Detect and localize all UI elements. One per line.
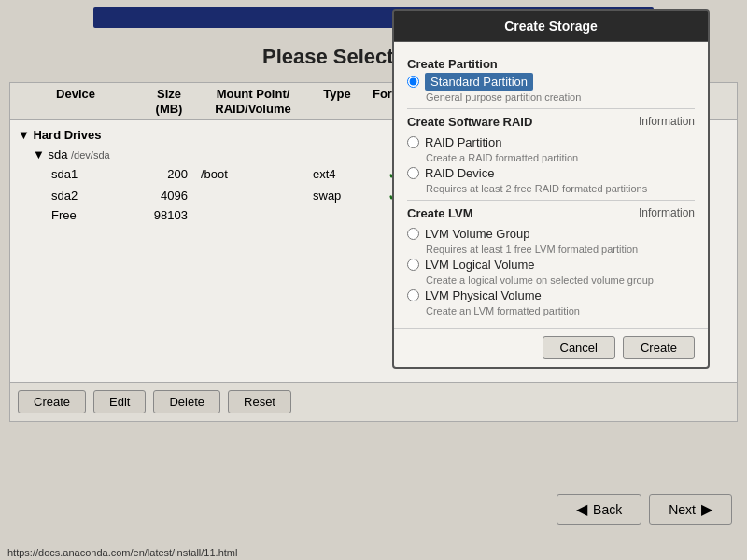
dialog-footer: Cancel Create — [394, 328, 708, 367]
col-device-header: Device — [10, 87, 141, 116]
sda2-name: sda2 — [10, 189, 141, 203]
status-bar: https://docs.anaconda.com/en/latest/inst… — [0, 545, 747, 560]
col-size-header: Size (MB) — [141, 87, 197, 116]
lvm-lv-desc: Create a logical volume on selected volu… — [426, 274, 695, 286]
create-partition-heading: Create Partition — [407, 57, 695, 71]
sda-path: /dev/sda — [71, 149, 110, 161]
next-label: Next — [669, 502, 696, 517]
lvm-info: Information — [639, 206, 695, 219]
next-button[interactable]: Next ▶ — [649, 494, 732, 525]
radio-raid-partition-input[interactable] — [407, 136, 419, 148]
radio-lvm-physical-volume[interactable]: LVM Physical Volume — [407, 288, 695, 302]
reset-button[interactable]: Reset — [228, 390, 291, 413]
back-label: Back — [593, 502, 622, 517]
sda-label: ▼ sda /dev/sda — [10, 147, 141, 161]
col-mount-header: Mount Point/ RAID/Volume — [197, 87, 309, 116]
sda2-size: 4096 — [141, 189, 197, 203]
radio-lvm-pv-input[interactable] — [407, 289, 419, 301]
group-label-hard-drives: ▼ Hard Drives — [10, 126, 141, 144]
free-size: 98103 — [141, 208, 197, 222]
free-name: Free — [10, 208, 141, 222]
dialog-create-button[interactable]: Create — [623, 336, 695, 359]
back-arrow-icon: ◀ — [576, 500, 587, 518]
delete-button[interactable]: Delete — [153, 390, 220, 413]
radio-raid-device[interactable]: RAID Device — [407, 166, 695, 180]
dialog-cancel-button[interactable]: Cancel — [543, 336, 615, 359]
col-type-header: Type — [309, 87, 365, 116]
sda1-mount: /boot — [197, 167, 309, 181]
lvm-vg-desc: Requires at least 1 free LVM formated pa… — [426, 244, 695, 255]
radio-standard-label: Standard Partition — [425, 75, 533, 89]
lvm-pv-label: LVM Physical Volume — [425, 288, 542, 302]
edit-button[interactable]: Edit — [93, 390, 146, 413]
radio-standard-input[interactable] — [407, 76, 419, 88]
create-button[interactable]: Create — [18, 390, 86, 413]
raid-partition-desc: Create a RAID formatted partition — [426, 152, 695, 163]
raid-device-label: RAID Device — [425, 166, 494, 180]
standard-partition-desc: General purpose partition creation — [426, 91, 695, 103]
dialog-title: Create Storage — [394, 11, 708, 42]
next-arrow-icon: ▶ — [701, 500, 712, 518]
sda2-type: swap — [309, 189, 365, 203]
radio-standard-partition[interactable]: Standard Partition — [407, 75, 695, 89]
radio-lvm-logical-volume[interactable]: LVM Logical Volume — [407, 258, 695, 272]
sda1-size: 200 — [141, 167, 197, 181]
sda1-type: ext4 — [309, 167, 365, 181]
lvm-vg-label: LVM Volume Group — [425, 227, 529, 241]
radio-lvm-vg-input[interactable] — [407, 228, 419, 240]
raid-device-desc: Requires at least 2 free RAID formated p… — [426, 183, 695, 194]
radio-lvm-lv-input[interactable] — [407, 259, 419, 271]
dialog-body: Create Partition Standard Partition Gene… — [394, 42, 708, 328]
device-toolbar: Create Edit Delete Reset — [10, 382, 737, 421]
sda1-name: sda1 — [10, 167, 141, 181]
lvm-lv-label: LVM Logical Volume — [425, 258, 535, 272]
back-button[interactable]: ◀ Back — [557, 494, 641, 525]
raid-partition-label: RAID Partition — [425, 135, 501, 149]
radio-raid-partition[interactable]: RAID Partition — [407, 135, 695, 149]
lvm-pv-desc: Create an LVM formatted partition — [426, 305, 695, 316]
bottom-nav: ◀ Back Next ▶ — [0, 484, 747, 534]
standard-partition-selected: Standard Partition — [425, 73, 533, 91]
raid-info: Information — [639, 115, 695, 128]
radio-lvm-volume-group[interactable]: LVM Volume Group — [407, 227, 695, 241]
status-url: https://docs.anaconda.com/en/latest/inst… — [7, 547, 237, 558]
radio-raid-device-input[interactable] — [407, 167, 419, 179]
create-storage-dialog: Create Storage Create Partition Standard… — [392, 9, 710, 369]
